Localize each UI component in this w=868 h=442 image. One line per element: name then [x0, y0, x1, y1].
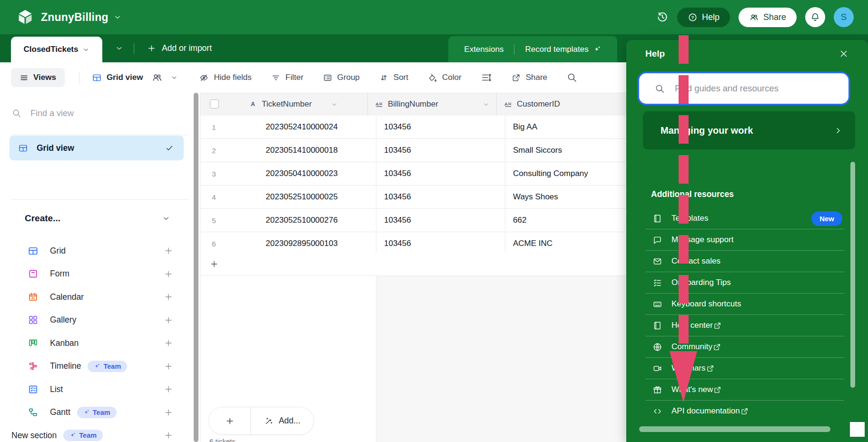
column-name: BillingNumber: [388, 99, 438, 109]
plus-icon: [147, 44, 156, 53]
cell-billing-number[interactable]: 103456: [376, 116, 505, 138]
sidebar-scrollbar[interactable]: [194, 93, 198, 442]
help-resource-label: Community: [671, 342, 712, 352]
cell-billing-number[interactable]: 103456: [376, 209, 505, 232]
cell-billing-number[interactable]: 103456: [376, 186, 505, 208]
add-view-button[interactable]: [164, 431, 173, 440]
sort-button[interactable]: Sort: [379, 73, 408, 83]
add-view-button[interactable]: [164, 269, 173, 279]
add-view-button[interactable]: [164, 292, 173, 302]
chevron-down-icon[interactable]: [331, 101, 338, 108]
group-button[interactable]: Group: [323, 73, 360, 83]
help-resource-item[interactable]: Help center: [645, 315, 844, 336]
column-header-ticketnumber[interactable]: A TicketNumber: [219, 93, 367, 116]
add-view-button[interactable]: [164, 362, 173, 371]
help-resource-item[interactable]: Onboarding Tips: [645, 272, 844, 294]
chevron-down-icon[interactable]: [113, 13, 122, 21]
create-view-item[interactable]: Gantt Team: [0, 401, 200, 424]
column-header-billingnumber[interactable]: A BillingNumber: [367, 93, 496, 116]
find-view-input[interactable]: [30, 108, 150, 119]
cell-ticket-number[interactable]: 2023051410000018: [227, 139, 376, 162]
app-header: ZnunyBilling ? Help Share S: [0, 0, 868, 34]
add-view-button[interactable]: [164, 408, 173, 417]
close-icon[interactable]: [838, 49, 849, 59]
sidebar-item-grid-view[interactable]: Grid view: [10, 136, 184, 160]
create-view-item[interactable]: Timeline Team: [0, 355, 200, 378]
extensions-button[interactable]: Extensions: [454, 45, 514, 54]
create-section-header[interactable]: Create...: [25, 210, 182, 227]
select-all-checkbox[interactable]: [210, 99, 219, 108]
current-view-switcher[interactable]: Grid view: [92, 72, 178, 83]
views-button[interactable]: Views: [11, 68, 65, 87]
add-record-bar: Add...: [208, 407, 314, 435]
add-view-button[interactable]: [164, 246, 173, 255]
menu-icon: [20, 73, 29, 82]
cell-ticket-number[interactable]: 2023092895000103: [227, 232, 376, 255]
cell-billing-number[interactable]: 103456: [376, 139, 505, 162]
create-view-item[interactable]: List: [0, 378, 200, 401]
cell-billing-number[interactable]: 103456: [376, 232, 505, 255]
filter-button[interactable]: Filter: [271, 73, 304, 83]
help-search-box[interactable]: [639, 73, 848, 104]
text-field-icon: A: [248, 100, 257, 109]
cell-ticket-number[interactable]: 2023050410000023: [227, 162, 376, 185]
chevron-down-icon: [82, 46, 89, 53]
history-icon[interactable]: [656, 11, 669, 23]
views-label: Views: [33, 73, 56, 82]
nav-tab[interactable]: [197, 12, 218, 22]
add-view-button[interactable]: [164, 338, 173, 348]
notifications-button[interactable]: [805, 7, 825, 27]
cell-ticket-number[interactable]: 2023052510000276: [227, 209, 376, 232]
help-resource-item[interactable]: Templates New: [645, 208, 844, 229]
cell-ticket-number[interactable]: 2023052510000025: [227, 186, 376, 208]
nav-tab[interactable]: [169, 12, 190, 22]
help-horizontal-scrollbar[interactable]: [639, 426, 830, 432]
collaborators-icon: [151, 72, 163, 83]
help-resource-item[interactable]: API documentation: [645, 401, 844, 422]
help-vertical-scrollbar[interactable]: [850, 162, 855, 388]
sparkle-icon: [593, 45, 602, 54]
view-name: Grid view: [37, 143, 74, 153]
create-view-list: Grid Form 31 Calendar: [0, 239, 200, 442]
views-sidebar: Grid view Create... Grid Form: [0, 93, 200, 442]
create-view-item[interactable]: Kanban: [0, 332, 200, 355]
record-count: 6 tickets: [209, 437, 236, 442]
nav-tab[interactable]: [142, 12, 163, 22]
create-view-item[interactable]: Form: [0, 263, 200, 286]
tab-closedtickets[interactable]: ClosedTickets: [11, 37, 102, 62]
create-view-item[interactable]: Gallery: [0, 309, 200, 332]
additional-resources-heading: Additional resources: [651, 189, 734, 199]
create-view-item[interactable]: New section Team: [0, 424, 200, 442]
add-view-button[interactable]: [164, 384, 173, 394]
add-or-import-button[interactable]: Add or import: [144, 34, 215, 62]
team-badge-label: Team: [79, 432, 97, 439]
row-height-button[interactable]: [481, 72, 492, 83]
help-search-input[interactable]: [674, 83, 833, 94]
table-list-expander[interactable]: [110, 34, 128, 62]
help-resource-item[interactable]: Contact sales: [645, 251, 844, 272]
share-view-button[interactable]: Share: [511, 73, 547, 83]
code-icon: [652, 406, 662, 416]
add-with-ai-button[interactable]: Add...: [251, 407, 314, 434]
add-record-button[interactable]: [209, 407, 251, 434]
divider: [11, 135, 188, 135]
hide-fields-button[interactable]: Hide fields: [199, 73, 251, 83]
record-templates-button[interactable]: Record templates: [514, 45, 612, 54]
help-button[interactable]: ? Help: [677, 8, 730, 27]
cell-ticket-number[interactable]: 2023052410000024: [227, 116, 376, 138]
help-resource-item[interactable]: Keyboard shortcuts: [645, 294, 844, 315]
chevron-down-icon[interactable]: [483, 101, 490, 108]
avatar[interactable]: S: [834, 7, 854, 27]
create-view-item[interactable]: Grid: [0, 239, 200, 263]
create-view-item[interactable]: 31 Calendar: [0, 285, 200, 309]
cell-billing-number[interactable]: 103456: [376, 162, 505, 185]
help-resource-item[interactable]: Message support: [645, 229, 844, 251]
managing-your-work-card[interactable]: Managing your work: [643, 111, 855, 149]
share-button[interactable]: Share: [739, 8, 797, 27]
video-icon: [652, 363, 662, 373]
search-button[interactable]: [566, 72, 578, 83]
find-view-search[interactable]: [11, 102, 173, 124]
share-view-label: Share: [526, 73, 547, 82]
add-view-button[interactable]: [164, 315, 173, 325]
color-button[interactable]: Color: [427, 73, 462, 83]
